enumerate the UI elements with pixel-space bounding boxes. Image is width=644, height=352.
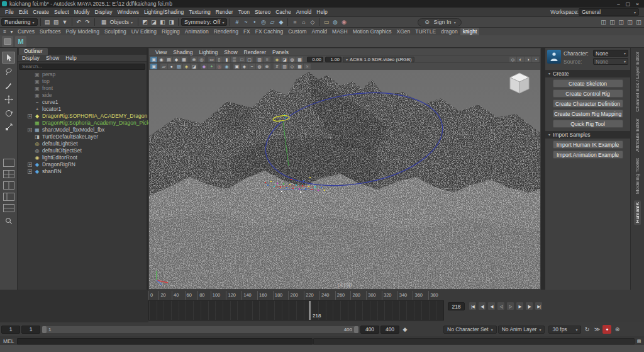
toggle-modeling-toolkit-icon[interactable]: ◫ — [626, 18, 634, 26]
view-cube[interactable] — [508, 71, 531, 96]
outliner-menu-item[interactable]: Display — [19, 55, 43, 62]
menu-item[interactable]: Create — [30, 9, 52, 15]
zoom-tool[interactable] — [2, 215, 15, 227]
viewport-toolbar-icon[interactable]: ◈ — [241, 64, 248, 69]
time-ruler[interactable]: 0 20 40 60 80 100 120 140 160 180 200 — [148, 291, 444, 300]
animation-start-field[interactable] — [1, 326, 20, 334]
toggle-humanik-icon[interactable]: ◫ — [635, 18, 643, 26]
gamma-field[interactable] — [325, 57, 341, 62]
undo-icon[interactable]: ↶ — [75, 18, 83, 26]
select-by-object-type-icon[interactable]: ◪ — [150, 18, 158, 26]
viewport-toolbar-icon[interactable]: + — [208, 64, 215, 69]
viewport-toolbar-icon[interactable]: # — [274, 64, 280, 69]
toggle-channel-box-icon[interactable]: ◫ — [617, 18, 625, 26]
viewport-toolbar-icon[interactable]: ▯ — [216, 57, 223, 62]
animation-end-field[interactable] — [380, 326, 399, 334]
menu-item[interactable]: Lighting/Shading — [142, 9, 186, 15]
viewport-menu-item[interactable]: Renderer — [241, 49, 269, 55]
viewport-toolbar-icon[interactable] — [158, 64, 160, 69]
right-panel-tab[interactable]: Attribute Editor — [635, 118, 640, 152]
minimize-button[interactable]: – — [614, 1, 623, 7]
shelf-tab[interactable]: Arnold — [309, 28, 330, 35]
outliner-item[interactable]: + ▦ DragonRig:Sophoria_Academy_Dragon_Pi… — [18, 120, 147, 127]
humanik-create-button[interactable]: Create Custom Rig Mapping — [553, 110, 623, 118]
viewport-toolbar-icon[interactable]: ◆ — [173, 57, 180, 62]
viewport-toolbar-icon[interactable] — [188, 57, 190, 62]
viewport-toolbar-icon[interactable]: ▱ — [160, 64, 167, 69]
outliner-item[interactable]: + ~ curve1 — [18, 99, 147, 106]
shelf-options-icon[interactable]: ▾ — [8, 28, 15, 35]
playback-button[interactable]: |▶ — [525, 302, 533, 310]
render-current-frame-icon[interactable]: ▭ — [322, 18, 330, 26]
menu-item[interactable]: Arnold — [294, 9, 314, 15]
layout-single-pane-button[interactable] — [3, 158, 15, 167]
toggle-tool-settings-icon[interactable]: ◫ — [608, 18, 616, 26]
close-button[interactable]: × — [633, 1, 642, 7]
viewport-toolbar-icon[interactable]: ▮ — [223, 57, 230, 62]
animation-preferences-icon[interactable]: ⊛ — [613, 325, 621, 334]
paint-select-tool[interactable] — [2, 79, 15, 91]
humanik-import-button[interactable]: Import Animation Example — [553, 150, 623, 159]
output-connections-icon[interactable]: ◇ — [308, 18, 316, 26]
menu-item[interactable]: Select — [52, 9, 72, 15]
right-panel-tab[interactable]: Channel Box / Layer Editor — [635, 52, 640, 112]
select-by-component-icon[interactable]: ◧ — [158, 18, 167, 26]
shelf-tab[interactable]: FX Caching — [253, 28, 286, 35]
toggle-attribute-editor-icon[interactable]: ◫ — [599, 18, 608, 26]
shelf-button-maya[interactable]: M — [15, 36, 26, 47]
viewport-toolbar-icon[interactable]: ◍ — [289, 57, 296, 62]
outliner-item[interactable]: + ◆ shanRN — [18, 168, 147, 175]
viewport-toolbar-icon[interactable]: ◇ — [509, 57, 516, 62]
select-by-mesh-icon[interactable]: ◨ — [167, 18, 175, 26]
menu-item[interactable]: Modify — [72, 9, 92, 15]
step-playback-icon[interactable]: ≫ — [592, 325, 601, 334]
shelf-tab[interactable]: Surfaces — [37, 28, 64, 35]
shelf-tab[interactable]: dragon — [438, 28, 460, 35]
playback-button[interactable]: ◀| — [478, 302, 486, 310]
menu-item[interactable]: File — [3, 9, 16, 15]
viewport-toolbar-icon[interactable]: ◍ — [256, 64, 263, 69]
source-dropdown[interactable]: None ▾ — [593, 58, 628, 65]
humanik-create-button[interactable]: Create Control Rig — [553, 89, 623, 98]
viewport-toolbar-icon[interactable]: ▤ — [165, 57, 172, 62]
outliner-item[interactable]: + ◆ DragonRigRN — [18, 161, 147, 168]
outliner-menu-item[interactable]: Help — [62, 55, 79, 62]
outliner-item[interactable]: + ▣ top — [18, 78, 147, 85]
viewport-toolbar-icon[interactable] — [304, 57, 306, 62]
select-by-hierarchy-icon[interactable]: ◩ — [141, 18, 149, 26]
viewport-toolbar-icon[interactable] — [253, 57, 255, 62]
layout-four-pane-button[interactable] — [3, 169, 15, 179]
viewport-toolbar-icon[interactable] — [271, 64, 273, 69]
character-thumbnail-icon[interactable] — [547, 50, 561, 64]
outliner-item[interactable]: + ▣ side — [18, 92, 147, 99]
make-live-icon[interactable]: ◆ — [277, 18, 285, 26]
save-scene-icon[interactable]: ▼ — [61, 18, 69, 26]
viewport-toolbar-icon[interactable]: ◆ — [201, 64, 208, 69]
snap-to-view-plane-icon[interactable]: ▱ — [268, 18, 276, 26]
menu-item[interactable]: Cache — [273, 9, 294, 15]
command-input[interactable] — [17, 338, 313, 344]
menu-item[interactable]: Windows — [114, 9, 141, 15]
open-scene-icon[interactable]: ▧ — [52, 18, 60, 26]
symmetry-dropdown[interactable]: Symmetry: Off ▾ — [181, 18, 227, 26]
shelf-tab[interactable]: Poly Modeling — [63, 28, 101, 35]
viewport-menu-item[interactable]: Shading — [170, 49, 196, 55]
maximize-button[interactable]: ▢ — [623, 1, 633, 7]
new-scene-icon[interactable]: ▤ — [43, 18, 52, 26]
time-slider[interactable]: 218 — [148, 300, 444, 321]
viewport-toolbar-icon[interactable]: ▨ — [175, 64, 182, 69]
viewport-toolbar-icon[interactable]: ◎ — [216, 64, 223, 69]
viewport-3d-view[interactable]: persp — [149, 70, 540, 289]
viewport-toolbar-icon[interactable]: ◇ — [289, 64, 296, 69]
outliner-item[interactable]: + ◨ TurtleDefaultBakeLayer — [18, 133, 147, 140]
outliner-item[interactable]: + + locator1 — [18, 106, 147, 113]
viewport-toolbar-icon[interactable]: □ — [238, 57, 245, 62]
script-editor-icon[interactable]: ▤ — [635, 338, 643, 344]
render-settings-icon[interactable]: ◉ — [340, 18, 348, 26]
outliner-menu-item[interactable]: Show — [43, 55, 62, 62]
viewport-toolbar-icon[interactable]: ◉ — [158, 57, 165, 62]
viewport-toolbar-icon[interactable]: ▣ — [150, 64, 157, 69]
viewport-toolbar-icon[interactable]: ▩ — [296, 57, 303, 62]
playback-button[interactable]: ▷ — [506, 302, 514, 310]
playback-button[interactable]: ▶| — [535, 302, 543, 310]
